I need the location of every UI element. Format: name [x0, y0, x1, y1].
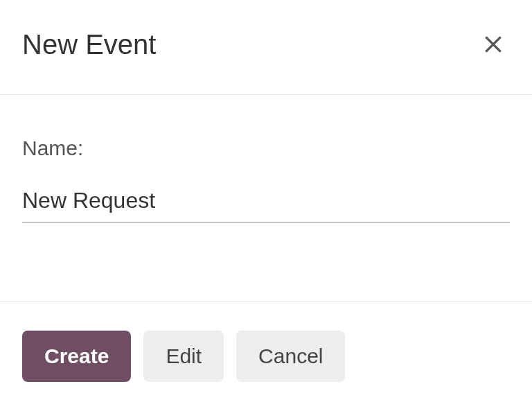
close-button[interactable] — [477, 28, 510, 61]
dialog-title: New Event — [22, 29, 156, 60]
create-button[interactable]: Create — [22, 331, 131, 382]
name-label: Name: — [22, 137, 510, 160]
edit-button[interactable]: Edit — [143, 331, 224, 382]
dialog-body: Name: — [0, 95, 532, 301]
dialog-footer: Create Edit Cancel — [0, 301, 532, 411]
close-icon — [482, 33, 504, 55]
dialog-header: New Event — [0, 0, 532, 95]
new-event-dialog: New Event Name: Create Edit Cancel — [0, 0, 532, 411]
cancel-button[interactable]: Cancel — [236, 331, 345, 382]
name-input[interactable] — [22, 182, 510, 222]
